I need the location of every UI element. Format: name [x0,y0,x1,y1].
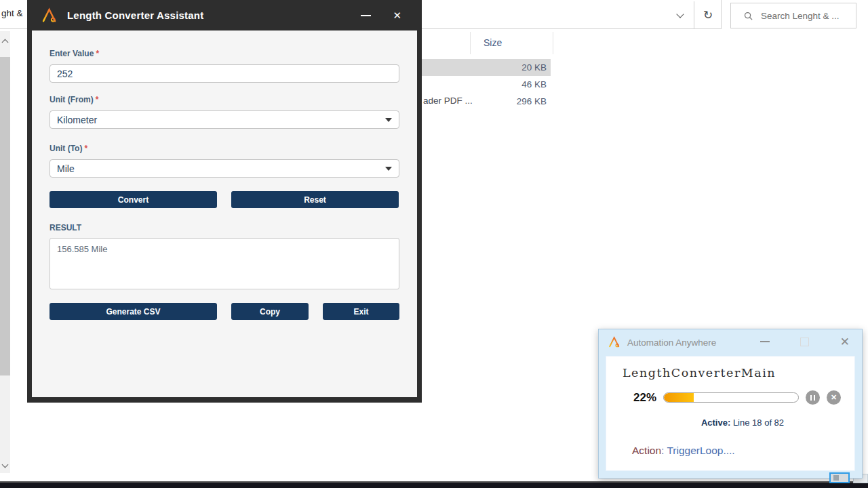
file-name-fragment[interactable]: ader PDF ... [423,96,473,106]
exit-button[interactable]: Exit [323,303,399,320]
minimize-icon[interactable] [361,15,371,16]
action-status: Action: TriggerLoop.... [632,445,735,457]
required-asterisk: * [96,95,99,104]
value-input[interactable]: 252 [50,64,399,83]
address-path-fragment: ght & [1,8,23,18]
progress-bar [663,392,799,403]
dropdown-caret-icon [385,167,392,171]
active-line-status: Active: Line 18 of 82 [606,418,854,428]
size-column-header[interactable]: Size [484,37,502,48]
automation-anywhere-logo-icon [41,7,58,24]
required-asterisk: * [84,144,87,153]
reset-button[interactable]: Reset [231,191,399,208]
refresh-icon: ↻ [703,8,713,22]
file-size[interactable]: 46 KB [448,76,547,93]
minimize-icon[interactable] [760,341,770,342]
progress-bar-fill [664,393,694,402]
dialog-body: Enter Value* 252 Unit (From)* Kilometer … [32,30,417,397]
scroll-up-icon[interactable] [1,39,8,46]
search-input[interactable]: Search Lenght & ... [730,3,856,28]
unit-to-label: Unit (To)* [50,144,399,153]
pause-button[interactable] [806,390,820,405]
automation-anywhere-progress-window: Automation Anywhere ✕ LengthConverterMai… [598,329,863,479]
address-bar-divider [694,1,694,29]
action-label: Action [632,445,661,456]
required-asterisk: * [96,49,99,58]
magnifier-icon [743,11,753,21]
length-converter-dialog: Length Converter Assistant ✕ Enter Value… [27,0,422,403]
refresh-button[interactable]: ↻ [696,3,720,28]
unit-to-select[interactable]: Mile [50,159,399,178]
progress-percent: 22% [633,391,656,405]
bot-name: LengthConverterMain [623,366,776,380]
unit-from-label: Unit (From)* [50,95,399,104]
action-value: : TriggerLoop.... [661,445,735,456]
column-divider[interactable] [553,32,553,54]
unit-to-value: Mile [57,163,75,174]
active-value: Line 18 of 82 [730,418,784,428]
automation-anywhere-logo-icon [608,336,621,349]
progress-window-title: Automation Anywhere [627,338,716,348]
unit-from-value: Kilometer [57,115,97,125]
tray-icon-active[interactable] [829,472,850,483]
maximize-icon[interactable] [800,338,809,346]
dialog-title: Length Converter Assistant [67,9,203,21]
generate-csv-button[interactable]: Generate CSV [50,303,217,320]
active-label: Active: [701,418,730,428]
close-icon[interactable]: ✕ [393,10,401,20]
result-output: 156.585 Mile [50,238,399,289]
close-icon[interactable]: ✕ [840,336,850,348]
tray-glyph [833,475,839,481]
unit-from-select[interactable]: Kilometer [50,110,399,129]
vertical-scrollbar[interactable] [0,31,10,473]
enter-value-label: Enter Value* [50,49,399,58]
progress-panel: LengthConverterMain 22% ✕ Active: Line 1… [606,356,855,471]
convert-button[interactable]: Convert [50,191,217,208]
file-size[interactable]: 20 KB [448,59,547,76]
scrollbar-thumb[interactable] [0,57,10,375]
scroll-down-icon[interactable] [1,462,8,468]
dropdown-caret-icon [385,118,392,122]
stop-button[interactable]: ✕ [827,390,841,405]
copy-button[interactable]: Copy [231,303,309,320]
taskbar-edge[interactable] [0,481,868,488]
search-placeholder: Search Lenght & ... [761,11,840,21]
result-label: RESULT [50,223,399,232]
column-divider[interactable] [470,32,471,54]
